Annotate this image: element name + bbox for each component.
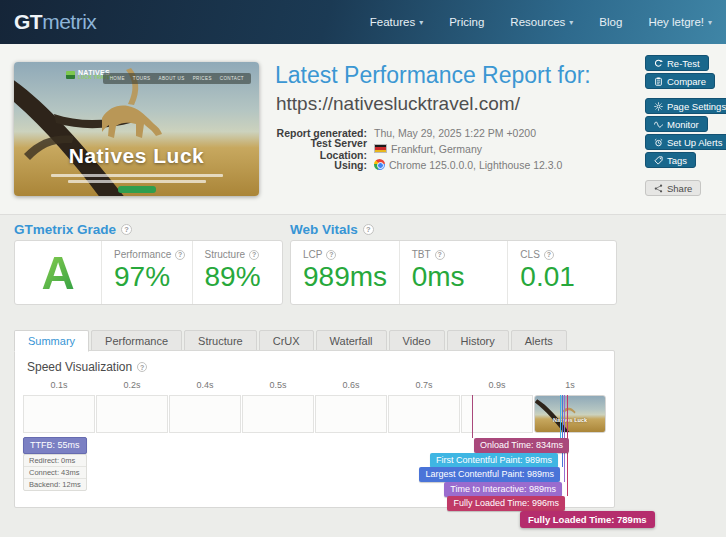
tag-icon bbox=[654, 156, 663, 165]
structure-label: Structure bbox=[205, 249, 246, 260]
timeline-tick: 0.7s bbox=[388, 380, 460, 390]
server-value: Frankfurt, Germany bbox=[374, 143, 482, 155]
compare-label: Compare bbox=[667, 76, 706, 87]
cls-label-row: CLS? bbox=[520, 249, 616, 260]
preview-nav-item: HOME bbox=[110, 76, 125, 81]
tab-summary[interactable]: Summary bbox=[14, 330, 89, 352]
using-value: Chrome 125.0.0.0, Lighthouse 12.3.0 bbox=[374, 159, 562, 171]
preview-hero-title: Natives Luck bbox=[14, 144, 259, 168]
timeline-tick: 0.1s bbox=[23, 380, 95, 390]
nav-pricing[interactable]: Pricing bbox=[449, 16, 484, 28]
fully-loaded-badge: Fully Loaded Time: 996ms bbox=[447, 496, 565, 511]
generated-value: Thu, May 29, 2025 1:22 PM +0200 bbox=[374, 127, 536, 139]
nav-resources[interactable]: Resources▾ bbox=[510, 16, 573, 28]
site-preview-thumbnail[interactable]: NATIVES LUCK TRAVEL HOME TOURS ABOUT US … bbox=[14, 62, 259, 196]
lcp-value: 989ms bbox=[303, 262, 399, 293]
timeline-tick: 0.2s bbox=[96, 380, 168, 390]
using-label: Using: bbox=[275, 159, 367, 171]
top-navigation-bar: GTmetrix Features▾ Pricing Resources▾ Bl… bbox=[0, 0, 726, 44]
page-title: Latest Performance Report for: bbox=[275, 62, 591, 89]
action-sidebar: Re-Test Compare Page Settings Monitor Se… bbox=[645, 55, 726, 198]
chevron-down-icon: ▾ bbox=[419, 18, 423, 27]
help-icon[interactable]: ? bbox=[326, 250, 336, 260]
preview-cta-button bbox=[118, 186, 156, 193]
help-icon[interactable]: ? bbox=[544, 250, 554, 260]
grade-letter-cell: A bbox=[15, 241, 101, 304]
tbt-cell: TBT? 0ms bbox=[399, 241, 508, 304]
report-url: https://nativeslucktravel.com/ bbox=[276, 93, 520, 115]
help-icon[interactable]: ? bbox=[137, 362, 147, 372]
share-icon bbox=[654, 184, 663, 193]
speed-visualization-heading: Speed Visualization ? bbox=[27, 360, 147, 374]
logo-metrix: metrix bbox=[42, 10, 96, 33]
page-settings-button[interactable]: Page Settings bbox=[645, 98, 726, 114]
nav-blog[interactable]: Blog bbox=[599, 16, 622, 28]
ttfb-breakdown: Redirect: 0ms Connect: 43ms Backend: 12m… bbox=[23, 454, 87, 491]
lcp-label: LCP bbox=[303, 249, 322, 260]
vitals-section-heading: Web Vitals ? bbox=[290, 222, 374, 237]
gtmetrix-logo[interactable]: GTmetrix bbox=[14, 10, 96, 34]
grade-letter: A bbox=[41, 250, 74, 296]
retest-label: Re-Test bbox=[667, 58, 700, 69]
timeline-tick: 0.5s bbox=[242, 380, 314, 390]
ttfb-badge: TTFB: 55ms bbox=[23, 437, 87, 454]
lcp-label-row: LCP? bbox=[303, 249, 399, 260]
onload-badge: Onload Time: 834ms bbox=[474, 438, 569, 453]
preview-nav-item: PRICES bbox=[193, 76, 212, 81]
filmstrip-frame bbox=[169, 395, 241, 433]
chrome-icon bbox=[374, 159, 385, 170]
summary-tab-panel: Speed Visualization ? 0.1s 0.2s 0.4s 0.5… bbox=[14, 350, 615, 508]
user-menu-label: Hey letgre! bbox=[648, 16, 704, 28]
tags-label: Tags bbox=[667, 155, 687, 166]
nav-features[interactable]: Features▾ bbox=[370, 16, 423, 28]
monitor-button[interactable]: Monitor bbox=[645, 116, 708, 132]
compare-button[interactable]: Compare bbox=[645, 73, 715, 89]
preview-nav-item: ABOUT US bbox=[159, 76, 185, 81]
preview-subtitle-line bbox=[68, 180, 206, 183]
retest-button[interactable]: Re-Test bbox=[645, 55, 709, 71]
cls-cell: CLS? 0.01 bbox=[507, 241, 616, 304]
leaf-logo-icon bbox=[66, 71, 75, 79]
nav-features-label: Features bbox=[370, 16, 415, 28]
performance-value: 97% bbox=[114, 262, 192, 293]
tbt-value: 0ms bbox=[412, 262, 508, 293]
gear-icon bbox=[654, 102, 663, 111]
tbt-label: TBT bbox=[412, 249, 431, 260]
logo-gt: GT bbox=[14, 10, 42, 33]
server-value-text: Frankfurt, Germany bbox=[391, 143, 482, 155]
ttfb-redirect: Redirect: 0ms bbox=[24, 455, 86, 467]
tags-button[interactable]: Tags bbox=[645, 152, 696, 168]
timeline-tick: 0.6s bbox=[315, 380, 387, 390]
detail-row-using: Using: Chrome 125.0.0.0, Lighthouse 12.3… bbox=[275, 158, 562, 171]
help-icon[interactable]: ? bbox=[249, 250, 259, 260]
help-icon[interactable]: ? bbox=[435, 250, 445, 260]
user-menu[interactable]: Hey letgre!▾ bbox=[648, 16, 712, 28]
savanna-branch-illustration bbox=[534, 395, 606, 433]
monitor-label: Monitor bbox=[667, 119, 699, 130]
ttfb-connect: Connect: 43ms bbox=[24, 467, 86, 479]
tbt-label-row: TBT? bbox=[412, 249, 508, 260]
help-icon[interactable]: ? bbox=[175, 250, 185, 260]
cls-value: 0.01 bbox=[520, 262, 616, 293]
pulse-wave-icon bbox=[654, 120, 663, 129]
help-icon[interactable]: ? bbox=[363, 224, 374, 235]
fully-loaded-tooltip: Fully Loaded Time: 789ms bbox=[520, 511, 655, 528]
set-up-alerts-label: Set Up Alerts bbox=[667, 137, 722, 148]
filmstrip-frame bbox=[23, 395, 95, 433]
server-label: Test Server Location: bbox=[275, 137, 367, 161]
germany-flag-icon bbox=[374, 144, 387, 153]
share-button[interactable]: Share bbox=[645, 180, 701, 196]
help-icon[interactable]: ? bbox=[121, 224, 132, 235]
refresh-icon bbox=[654, 59, 663, 68]
chevron-down-icon: ▾ bbox=[569, 18, 573, 27]
nav-resources-label: Resources bbox=[510, 16, 565, 28]
preview-site-header: NATIVES LUCK TRAVEL HOME TOURS ABOUT US … bbox=[14, 67, 259, 83]
set-up-alerts-button[interactable]: Set Up Alerts bbox=[645, 134, 726, 150]
lcp-cell: LCP? 989ms bbox=[291, 241, 399, 304]
grade-section-heading: GTmetrix Grade ? bbox=[14, 222, 132, 237]
performance-label-row: Performance? bbox=[114, 249, 192, 260]
alarm-icon bbox=[654, 138, 663, 147]
filmstrip-frame bbox=[388, 395, 460, 433]
clipboard-icon bbox=[654, 77, 663, 86]
lcp-marker-line bbox=[562, 395, 563, 467]
